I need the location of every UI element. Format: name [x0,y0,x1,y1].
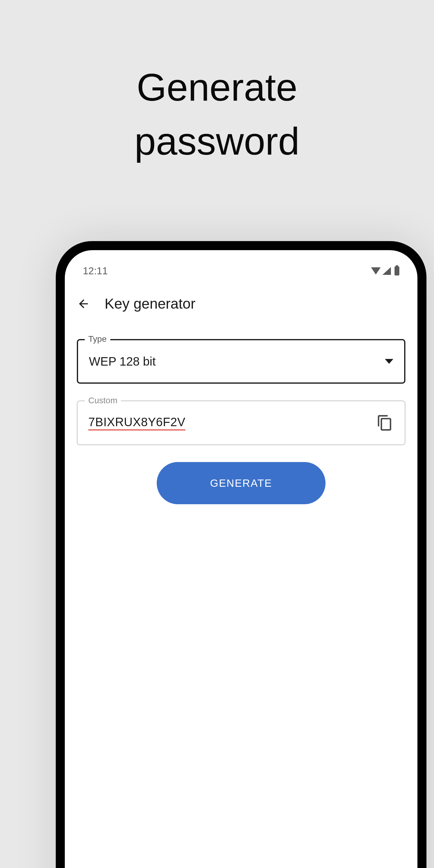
content-area: Type WEP 128 bit Custom 7BIXRUX8Y6F2V [65,324,417,504]
copy-button[interactable] [376,414,394,432]
custom-output[interactable]: 7BIXRUX8Y6F2V [77,401,405,445]
back-button[interactable] [77,297,90,310]
signal-icon [382,267,391,275]
type-field-wrapper: Type WEP 128 bit [77,339,405,384]
copy-icon [376,414,393,431]
promo-title-line1: Generate [136,66,298,109]
arrow-left-icon [77,297,90,310]
app-bar: Key generator [65,280,417,324]
chevron-down-icon [385,359,393,364]
wifi-icon [371,267,381,275]
status-time: 12:11 [83,265,108,277]
type-label: Type [85,334,110,344]
custom-label: Custom [85,396,121,405]
battery-icon [395,267,399,276]
promo-title: Generate password [0,60,434,168]
page-title: Key generator [104,296,195,312]
custom-field-wrapper: Custom 7BIXRUX8Y6F2V [77,401,405,445]
generate-button[interactable]: GENERATE [157,462,326,504]
phone-frame: 12:11 Key generator Type WEP 128 bit [56,241,427,868]
status-icons [371,267,399,276]
promo-title-line2: password [134,120,300,163]
type-dropdown[interactable]: WEP 128 bit [77,339,405,384]
status-bar: 12:11 [65,250,417,280]
type-value: WEP 128 bit [89,355,156,368]
phone-screen: 12:11 Key generator Type WEP 128 bit [65,250,417,868]
generated-key-value: 7BIXRUX8Y6F2V [88,415,185,430]
